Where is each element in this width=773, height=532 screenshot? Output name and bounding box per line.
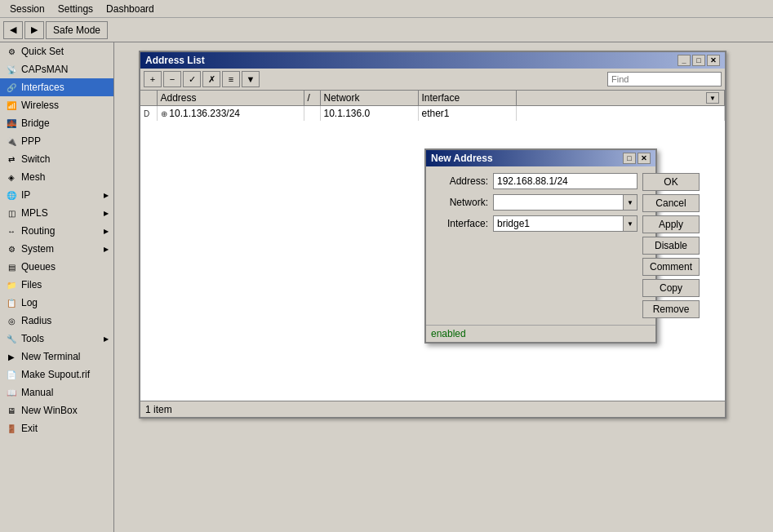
sidebar-label-system: System xyxy=(21,243,54,255)
add-button[interactable]: + xyxy=(144,71,162,87)
system-arrow-icon: ▶ xyxy=(104,246,109,253)
status-item-count: 1 item xyxy=(145,404,172,415)
sidebar-item-switch[interactable]: ⇄ Switch xyxy=(0,150,113,168)
sidebar-item-new-winbox[interactable]: 🖥 New WinBox xyxy=(0,401,113,419)
remove-button[interactable]: Remove xyxy=(642,300,700,318)
sidebar-item-system[interactable]: ⚙ System ▶ xyxy=(0,240,113,258)
row-network: 10.1.136.0 xyxy=(320,106,418,122)
window-close-button[interactable]: ✕ xyxy=(707,55,720,66)
cross-icon: ✗ xyxy=(208,74,215,85)
cancel-button[interactable]: Cancel xyxy=(642,194,700,212)
forward-icon: ▶ xyxy=(31,24,38,35)
sidebar-label-quick-set: Quick Set xyxy=(21,46,64,57)
sidebar-item-ppp[interactable]: 🔌 PPP xyxy=(0,132,113,150)
sidebar-item-bridge[interactable]: 🌉 Bridge xyxy=(0,114,113,132)
quick-set-icon: ⚙ xyxy=(5,45,18,58)
copy-button[interactable]: Copy xyxy=(642,279,700,297)
window-toolbar: + − ✓ ✗ ≡ ▼ xyxy=(140,69,725,91)
disable-button[interactable]: Disable xyxy=(642,237,700,255)
disable-button[interactable]: ✗ xyxy=(202,71,220,87)
sidebar-item-routing[interactable]: ↔ Routing ▶ xyxy=(0,222,113,240)
address-field-row: Address: xyxy=(433,173,638,189)
menu-settings[interactable]: Settings xyxy=(51,2,100,16)
interface-field-group: ▼ xyxy=(493,215,638,232)
capsman-icon: 📡 xyxy=(5,63,18,76)
sidebar-item-manual[interactable]: 📖 Manual xyxy=(0,383,113,401)
dialog-close-button[interactable]: ✕ xyxy=(638,153,651,164)
ok-button[interactable]: OK xyxy=(642,173,700,191)
remove-icon: − xyxy=(170,74,175,84)
ppp-icon: 🔌 xyxy=(5,135,18,148)
mpls-arrow-icon: ▶ xyxy=(104,210,109,217)
column-dropdown-button[interactable]: ▼ xyxy=(706,92,719,104)
new-address-titlebar: New Address □ ✕ xyxy=(426,150,655,166)
sidebar-item-exit[interactable]: 🚪 Exit xyxy=(0,419,113,437)
address-field-input[interactable] xyxy=(493,173,638,189)
sidebar-item-tools[interactable]: 🔧 Tools ▶ xyxy=(0,330,113,348)
back-button[interactable]: ◀ xyxy=(3,21,23,39)
sidebar-label-new-winbox: New WinBox xyxy=(21,405,78,416)
network-field-row: Network: ▼ xyxy=(433,194,638,211)
ip-icon: 🌐 xyxy=(5,188,18,202)
sidebar-label-tools: Tools xyxy=(21,333,44,344)
forward-button[interactable]: ▶ xyxy=(24,21,44,39)
comment-button[interactable]: ≡ xyxy=(222,71,240,87)
toolbar: ◀ ▶ Safe Mode xyxy=(0,18,773,42)
col-extra: ▼ xyxy=(516,91,725,106)
safe-mode-button[interactable]: Safe Mode xyxy=(46,21,108,39)
sidebar-label-mesh: Mesh xyxy=(21,171,45,183)
sidebar-item-interfaces[interactable]: 🔗 Interfaces xyxy=(0,78,113,96)
sidebar-item-quick-set[interactable]: ⚙ Quick Set xyxy=(0,42,113,60)
check-icon: ✓ xyxy=(189,74,196,85)
exit-icon: 🚪 xyxy=(5,422,18,435)
remove-button[interactable]: − xyxy=(163,71,181,87)
content-area: Address List _ □ ✕ + − ✓ ✗ xyxy=(114,42,773,532)
network-dropdown-button[interactable]: ▼ xyxy=(623,194,638,211)
dialog-restore-button[interactable]: □ xyxy=(623,153,636,164)
menu-dashboard[interactable]: Dashboard xyxy=(100,2,161,16)
sidebar-item-log[interactable]: 📋 Log xyxy=(0,294,113,312)
sidebar-label-queues: Queues xyxy=(21,261,56,273)
sidebar-item-ip[interactable]: 🌐 IP ▶ xyxy=(0,186,113,204)
col-flag xyxy=(140,91,157,106)
interface-dropdown-button[interactable]: ▼ xyxy=(623,215,638,232)
back-icon: ◀ xyxy=(10,24,16,35)
sidebar-label-files: Files xyxy=(21,279,42,290)
queues-icon: ▤ xyxy=(5,260,18,273)
col-interface: Interface xyxy=(418,91,516,106)
routing-icon: ↔ xyxy=(5,224,18,237)
sidebar-item-mesh[interactable]: ◈ Mesh xyxy=(0,168,113,186)
filter-button[interactable]: ▼ xyxy=(242,71,260,87)
enable-button[interactable]: ✓ xyxy=(183,71,201,87)
window-minimize-button[interactable]: _ xyxy=(677,55,691,66)
sidebar-item-capsman[interactable]: 📡 CAPsMAN xyxy=(0,60,113,78)
sidebar-label-routing: Routing xyxy=(21,225,55,237)
sidebar-label-wireless: Wireless xyxy=(21,100,59,111)
manual-icon: 📖 xyxy=(5,386,18,399)
sidebar-item-wireless[interactable]: 📶 Wireless xyxy=(0,96,113,114)
sidebar-item-new-terminal[interactable]: ▶ New Terminal xyxy=(0,348,113,366)
dialog-status-text: enabled xyxy=(431,328,466,339)
dialog-content: Address: Network: ▼ Interface: xyxy=(433,173,649,318)
col-address: Address xyxy=(157,91,304,106)
sidebar-item-make-supout[interactable]: 📄 Make Supout.rif xyxy=(0,366,113,383)
sidebar-item-radius[interactable]: ◎ Radius xyxy=(0,312,113,330)
sidebar-label-radius: Radius xyxy=(21,315,51,326)
network-field-input[interactable] xyxy=(493,194,623,211)
table-row[interactable]: D ⊕ 10.1.136.233/24 10.1.136.0 ether1 xyxy=(140,106,725,122)
row-slash xyxy=(304,106,320,122)
find-input[interactable] xyxy=(607,72,722,86)
window-restore-button[interactable]: □ xyxy=(692,55,705,66)
sidebar-item-mpls[interactable]: ◫ MPLS ▶ xyxy=(0,204,113,222)
routing-arrow-icon: ▶ xyxy=(104,228,109,235)
add-icon: + xyxy=(150,74,155,84)
apply-button[interactable]: Apply xyxy=(642,215,700,233)
menu-session[interactable]: Session xyxy=(3,2,51,16)
sidebar-item-files[interactable]: 📁 Files xyxy=(0,276,113,294)
supout-icon: 📄 xyxy=(5,368,18,381)
interface-field-input[interactable] xyxy=(493,215,623,232)
sidebar-item-queues[interactable]: ▤ Queues xyxy=(0,258,113,276)
comment-button[interactable]: Comment xyxy=(642,258,700,276)
sidebar-label-new-terminal: New Terminal xyxy=(21,351,80,362)
radius-icon: ◎ xyxy=(5,314,18,327)
